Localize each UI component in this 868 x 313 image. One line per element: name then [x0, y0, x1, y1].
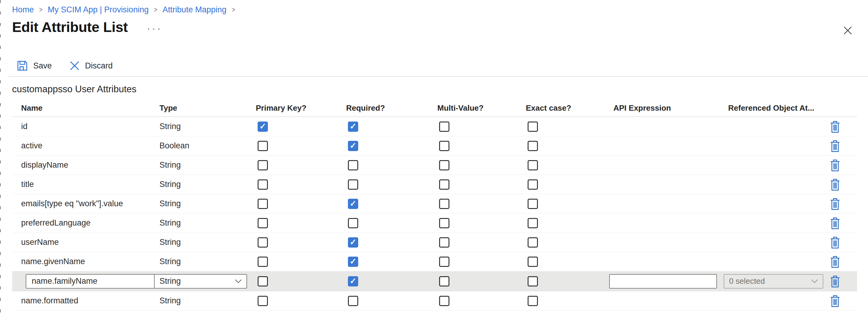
exact-case-checkbox[interactable]: ✓ [528, 256, 538, 267]
required-checkbox[interactable]: ✓ [348, 179, 358, 190]
trash-icon [830, 178, 840, 190]
delete-row-button[interactable] [830, 235, 840, 250]
check-icon: ✓ [350, 277, 357, 285]
attribute-type-select[interactable]: String [154, 274, 247, 288]
attribute-type-select-value: String [159, 277, 181, 286]
column-header-exact-case: Exact case? [526, 103, 613, 113]
attribute-type: String [159, 238, 181, 247]
required-checkbox[interactable]: ✓ [348, 199, 358, 209]
command-bar: Save Discard [17, 58, 113, 74]
attribute-name: emails[type eq "work"].value [21, 199, 123, 208]
primary-key-checkbox[interactable]: ✓ [258, 179, 268, 190]
breadcrumb-separator-icon: > [154, 4, 157, 15]
chevron-down-icon [811, 279, 818, 283]
table-row[interactable]: id String String ✓ ✓ ✓ ✓ [12, 117, 857, 136]
primary-key-checkbox[interactable]: ✓ [258, 199, 268, 209]
check-icon: ✓ [350, 142, 357, 150]
table-row[interactable]: preferredLanguage String String ✓ ✓ ✓ [12, 213, 857, 233]
multi-value-checkbox[interactable]: ✓ [439, 179, 450, 190]
primary-key-checkbox[interactable]: ✓ [258, 160, 268, 170]
exact-case-checkbox[interactable]: ✓ [528, 237, 538, 248]
multi-value-checkbox[interactable]: ✓ [439, 237, 450, 248]
primary-key-checkbox[interactable]: ✓ [258, 218, 268, 228]
trash-icon [830, 295, 840, 307]
exact-case-checkbox[interactable]: ✓ [528, 218, 538, 228]
exact-case-checkbox[interactable]: ✓ [528, 121, 538, 132]
multi-value-checkbox[interactable]: ✓ [439, 256, 450, 267]
discard-label: Discard [85, 61, 113, 71]
multi-value-checkbox[interactable]: ✓ [439, 141, 450, 151]
required-checkbox[interactable]: ✓ [348, 296, 358, 306]
delete-row-button[interactable] [830, 138, 840, 154]
column-header-referenced-object: Referenced Object At... [728, 103, 829, 113]
save-button[interactable]: Save [17, 58, 52, 74]
required-checkbox[interactable]: ✓ [348, 121, 358, 132]
referenced-object-select[interactable]: 0 selected [724, 274, 823, 288]
multi-value-checkbox[interactable]: ✓ [439, 160, 450, 170]
exact-case-checkbox[interactable]: ✓ [528, 160, 538, 170]
trash-icon [830, 275, 840, 287]
attribute-type: String [159, 296, 181, 306]
multi-value-checkbox[interactable]: ✓ [439, 276, 450, 286]
primary-key-checkbox[interactable]: ✓ [258, 296, 268, 306]
attribute-name: id [21, 122, 28, 131]
edit-attribute-list-blade: Home > My SCIM App | Provisioning > Attr… [0, 0, 868, 313]
table-row[interactable]: active Boolean Boolean ✓ ✓ ✓ ✓ [12, 136, 857, 155]
primary-key-checkbox[interactable]: ✓ [258, 141, 268, 151]
table-row[interactable]: name.formatted String String ✓ ✓ ✓ ✓ [12, 291, 857, 311]
table-row[interactable]: emails[type eq "work"].value String Stri… [12, 194, 857, 213]
required-checkbox[interactable]: ✓ [348, 256, 358, 267]
close-button[interactable] [841, 24, 854, 37]
table-row[interactable]: userName String String ✓ ✓ ✓ ✓ [12, 233, 857, 252]
check-icon: ✓ [350, 123, 357, 131]
primary-key-checkbox[interactable]: ✓ [258, 121, 268, 132]
required-checkbox[interactable]: ✓ [348, 160, 358, 170]
primary-key-checkbox[interactable]: ✓ [258, 256, 268, 267]
multi-value-checkbox[interactable]: ✓ [439, 199, 450, 209]
primary-key-checkbox[interactable]: ✓ [258, 237, 268, 248]
delete-row-button[interactable] [830, 293, 840, 309]
breadcrumb: Home > My SCIM App | Provisioning > Attr… [12, 4, 236, 15]
table-row[interactable]: displayName String String ✓ ✓ ✓ ✓ [12, 155, 857, 175]
discard-x-icon [69, 61, 80, 71]
exact-case-checkbox[interactable]: ✓ [528, 141, 538, 151]
close-icon [843, 25, 853, 36]
delete-row-button[interactable] [830, 177, 840, 193]
required-checkbox[interactable]: ✓ [348, 276, 358, 286]
required-checkbox[interactable]: ✓ [348, 237, 358, 248]
exact-case-checkbox[interactable]: ✓ [528, 179, 538, 190]
primary-key-checkbox[interactable]: ✓ [258, 276, 268, 286]
trash-icon [830, 236, 840, 248]
multi-value-checkbox[interactable]: ✓ [439, 296, 450, 306]
required-checkbox[interactable]: ✓ [348, 218, 358, 228]
column-header-type: Type [159, 103, 256, 113]
delete-row-button[interactable] [830, 158, 840, 173]
multi-value-checkbox[interactable]: ✓ [439, 121, 450, 132]
delete-row-button[interactable] [830, 196, 840, 212]
required-checkbox[interactable]: ✓ [348, 141, 358, 151]
exact-case-checkbox[interactable]: ✓ [528, 199, 538, 209]
api-expression-input[interactable] [609, 274, 717, 288]
column-header-multi-value: Multi-Value? [437, 103, 526, 113]
attribute-name-input[interactable] [26, 274, 157, 288]
table-row[interactable]: title String String ✓ ✓ ✓ ✓ [12, 175, 857, 194]
table-header-row: Name Type Primary Key? Required? Multi-V… [12, 100, 857, 117]
more-options-icon[interactable]: ··· [145, 22, 164, 35]
multi-value-checkbox[interactable]: ✓ [439, 218, 450, 228]
table-row[interactable]: name.givenName String String ✓ ✓ ✓ ✓ [12, 252, 857, 271]
exact-case-checkbox[interactable]: ✓ [528, 296, 538, 306]
attribute-name: displayName [21, 161, 68, 170]
delete-row-button[interactable] [830, 215, 840, 231]
delete-row-button[interactable] [830, 254, 840, 270]
delete-row-button[interactable] [830, 274, 840, 289]
discard-button[interactable]: Discard [69, 58, 113, 74]
attribute-name: title [21, 180, 34, 189]
attribute-type: String [159, 199, 181, 208]
breadcrumb-scim-app-provisioning[interactable]: My SCIM App | Provisioning [48, 4, 149, 15]
breadcrumb-home[interactable]: Home [12, 4, 34, 15]
table-row[interactable]: name.familyName String String ✓ ✓ ✓ ✓ [12, 271, 857, 291]
exact-case-checkbox[interactable]: ✓ [528, 276, 538, 286]
attribute-name: name.givenName [21, 257, 85, 266]
delete-row-button[interactable] [830, 119, 840, 135]
breadcrumb-attribute-mapping[interactable]: Attribute Mapping [162, 4, 226, 15]
